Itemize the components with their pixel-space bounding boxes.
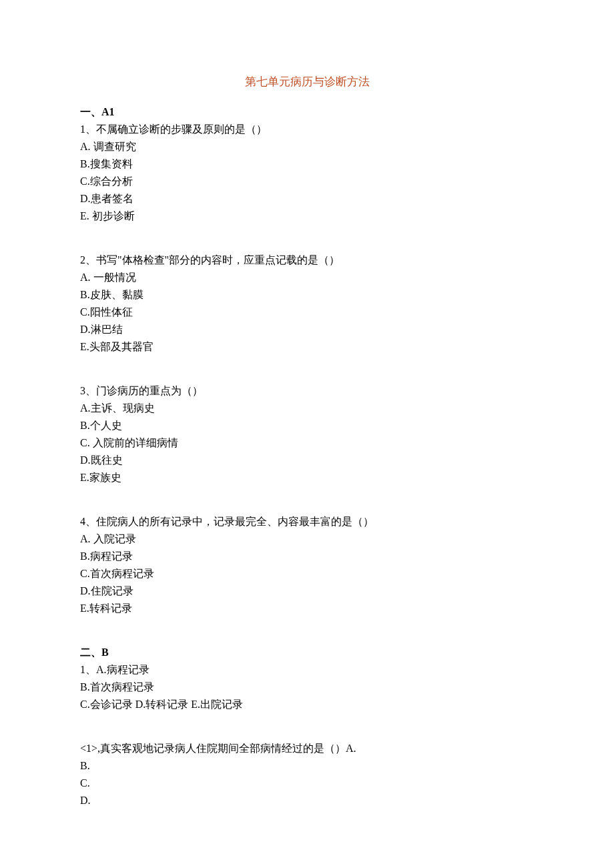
q1-option-a: A. 调查研究 xyxy=(80,139,534,155)
q4-stem: 4、住院病人的所有记录中，记录最完全、内容最丰富的是（） xyxy=(80,514,534,530)
q1-option-b: B.搜集资料 xyxy=(80,156,534,172)
q3-option-a: A.主诉、现病史 xyxy=(80,400,534,416)
q1-option-e: E. 初步诊断 xyxy=(80,208,534,224)
q3-option-b: B.个人史 xyxy=(80,418,534,434)
b-sub1-option-c: C. xyxy=(80,775,534,791)
q2-stem: 2、书写"体格检查"部分的内容时，应重点记载的是（） xyxy=(80,252,534,268)
q3-option-d: D.既往史 xyxy=(80,452,534,468)
b-sub1-option-b: B. xyxy=(80,758,534,774)
q2-option-d: D.淋巴结 xyxy=(80,322,534,338)
section-a-label: A1 xyxy=(101,106,115,117)
q3-option-c: C. 入院前的详细病情 xyxy=(80,435,534,451)
q2-option-e: E.头部及其器官 xyxy=(80,339,534,355)
q2-option-c: C.阳性体征 xyxy=(80,304,534,320)
q1-option-d: D.患者签名 xyxy=(80,191,534,207)
q1-stem: 1、不属确立诊断的步骤及原则的是（） xyxy=(80,121,534,137)
q4-option-a: A. 入院记录 xyxy=(80,531,534,547)
b-q1-line1: 1、A.病程记录 xyxy=(80,662,534,678)
section-a-num: 一、 xyxy=(80,106,101,117)
q4-option-e: E.转科记录 xyxy=(80,600,534,616)
q1-option-c: C.综合分析 xyxy=(80,173,534,189)
q4-option-b: B.病程记录 xyxy=(80,548,534,564)
b-sub1-option-d: D. xyxy=(80,793,534,809)
q4-option-d: D.住院记录 xyxy=(80,583,534,599)
q3-stem: 3、门诊病历的重点为（） xyxy=(80,383,534,399)
section-b-num: 二、 xyxy=(80,646,101,658)
page-title: 第七单元病历与诊断方法 xyxy=(80,73,534,91)
q3-option-e: E.家族史 xyxy=(80,470,534,486)
q2-option-a: A. 一般情况 xyxy=(80,270,534,286)
section-b-label: B xyxy=(101,646,109,658)
q4-option-c: C.首次病程记录 xyxy=(80,566,534,582)
b-q1-option-cde: C.会诊记录 D.转科记录 E.出院记录 xyxy=(80,697,534,713)
q2-option-b: B.皮肤、黏膜 xyxy=(80,287,534,303)
b-sub1-stem: <1>,真实客观地记录病人住院期间全部病情经过的是（）A. xyxy=(80,741,534,757)
section-b-header: 二、B xyxy=(80,644,534,661)
b-q1-option-b: B.首次病程记录 xyxy=(80,679,534,695)
section-a-header: 一、A1 xyxy=(80,104,534,120)
